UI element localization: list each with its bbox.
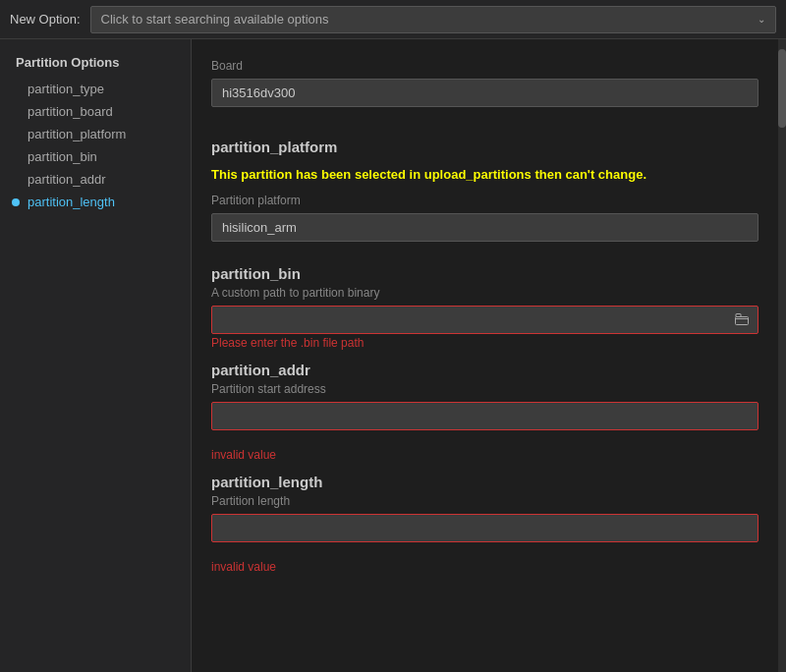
partition-addr-heading: partition_addr: [211, 362, 758, 378]
board-label: Board: [211, 59, 758, 73]
partition-bin-desc: A custom path to partition binary: [211, 286, 758, 300]
sidebar-title: Partition Options: [0, 51, 191, 78]
sidebar-item-partition-length[interactable]: partition_length: [0, 191, 191, 213]
sidebar-item-partition-addr[interactable]: partition_addr: [0, 168, 191, 191]
partition-bin-error: Please enter the .bin file path: [211, 336, 758, 350]
partition-length-error: invalid value: [211, 560, 758, 574]
dropdown-placeholder-text: Click to start searching available optio…: [101, 12, 329, 27]
new-option-label: New Option:: [10, 12, 81, 27]
partition-addr-label: Partition start address: [211, 382, 758, 396]
partition-bin-browse-button[interactable]: [731, 310, 753, 330]
board-input[interactable]: [211, 79, 758, 107]
partition-platform-label: Partition platform: [211, 194, 758, 207]
sidebar-item-partition-type[interactable]: partition_type: [0, 78, 191, 100]
partition-platform-input[interactable]: [211, 213, 758, 242]
sidebar-item-partition-board[interactable]: partition_board: [0, 100, 191, 123]
partition-bin-input[interactable]: [211, 306, 758, 334]
partition-platform-row: partition_platform This partition has be…: [211, 131, 758, 182]
partition-platform-warning: This partition has been selected in uplo…: [211, 167, 646, 182]
svg-rect-0: [736, 316, 749, 324]
partition-length-label: Partition length: [211, 494, 758, 508]
content-area: Board partition_platform This partition …: [192, 39, 778, 672]
svg-rect-1: [736, 313, 741, 316]
sidebar: Partition Options partition_type partiti…: [0, 39, 192, 672]
scrollbar-track: [778, 39, 786, 672]
sidebar-item-partition-bin[interactable]: partition_bin: [0, 145, 191, 168]
partition-platform-heading: partition_platform: [211, 139, 337, 155]
top-bar: New Option: Click to start searching ava…: [0, 0, 786, 39]
sidebar-item-partition-platform[interactable]: partition_platform: [0, 123, 191, 145]
chevron-down-icon: ⌄: [758, 14, 765, 25]
partition-addr-input[interactable]: [211, 402, 758, 430]
option-search-dropdown[interactable]: Click to start searching available optio…: [90, 6, 776, 33]
board-section: Board: [211, 59, 758, 123]
partition-length-heading: partition_length: [211, 474, 758, 490]
partition-length-input[interactable]: [211, 514, 758, 542]
partition-bin-heading: partition_bin: [211, 265, 758, 282]
main-layout: Partition Options partition_type partiti…: [0, 39, 786, 672]
partition-addr-error: invalid value: [211, 448, 758, 462]
partition-bin-input-wrapper: [211, 306, 758, 334]
scrollbar-thumb[interactable]: [778, 49, 786, 128]
